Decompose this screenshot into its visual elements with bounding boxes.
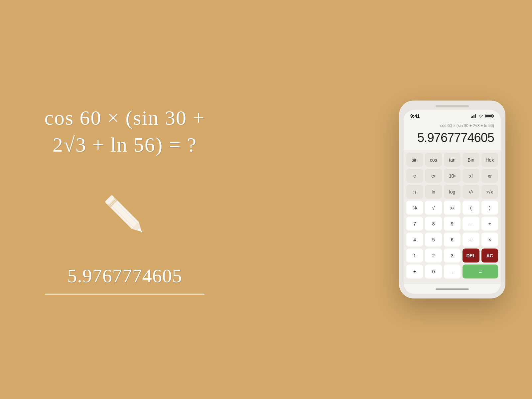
btn-bin[interactable]: Bin [463, 153, 479, 167]
btn-row-1: sin cos tan Bin Hex [406, 153, 498, 167]
btn-hex[interactable]: Hex [481, 153, 498, 167]
phone-container: 9:41 [399, 101, 505, 299]
btn-close-paren[interactable]: ) [481, 201, 498, 215]
btn-5[interactable]: 5 [425, 233, 442, 247]
phone-screen: 9:41 [404, 110, 501, 294]
calc-buttons: sin cos tan Bin Hex e ex 10x x! xy π [404, 150, 501, 285]
btn-factorial[interactable]: x! [463, 169, 479, 183]
equation-line2: 2√3 + ln 56) = ? [44, 131, 205, 158]
btn-row-3: π ln log 1/x y√x [406, 185, 498, 199]
btn-open-paren[interactable]: ( [463, 201, 479, 215]
btn-cos[interactable]: cos [425, 153, 442, 167]
svg-rect-11 [472, 116, 473, 118]
btn-del[interactable]: DEL [463, 249, 479, 263]
btn-e[interactable]: e [406, 169, 423, 183]
left-result: 5.9767774605 [67, 265, 182, 287]
home-indicator [404, 285, 501, 294]
btn-equals[interactable]: = [463, 265, 498, 279]
signal-icon [471, 114, 477, 118]
btn-6[interactable]: 6 [444, 233, 461, 247]
svg-rect-15 [493, 115, 494, 117]
btn-divide[interactable]: ÷ [481, 217, 498, 231]
wifi-icon [478, 114, 483, 118]
btn-reciprocal[interactable]: 1/x [463, 185, 479, 199]
btn-ac[interactable]: AC [481, 249, 498, 263]
btn-plusminus[interactable]: ± [406, 265, 423, 279]
phone-frame: 9:41 [399, 101, 505, 299]
equation-display: cos 60 × (sin 30 + 2√3 + ln 56) = ? [44, 104, 205, 158]
btn-tan[interactable]: tan [444, 153, 461, 167]
calc-result: 5.9767774605 [410, 131, 494, 145]
btn-sqrt[interactable]: √ [425, 201, 442, 215]
result-underline [45, 294, 204, 295]
btn-row-8: ± 0 . = [406, 265, 498, 279]
btn-row-2: e ex 10x x! xy [406, 169, 498, 183]
btn-x2[interactable]: x2 [444, 201, 461, 215]
battery-icon [485, 114, 494, 118]
status-icons [471, 114, 494, 118]
btn-xy[interactable]: xy [481, 169, 498, 183]
btn-7[interactable]: 7 [406, 217, 423, 231]
btn-row-6: 4 5 6 + × [406, 233, 498, 247]
btn-2[interactable]: 2 [425, 249, 442, 263]
home-bar [436, 289, 469, 290]
pencil-icon [95, 185, 155, 245]
equation-line1: cos 60 × (sin 30 + [44, 104, 205, 131]
calc-expression: cos 60 × (sin 30 + 2√3 + ln 56) [410, 123, 494, 128]
btn-row-7: 1 2 3 DEL AC [406, 249, 498, 263]
btn-dot[interactable]: . [444, 265, 461, 279]
btn-yroot[interactable]: y√x [481, 185, 498, 199]
btn-8[interactable]: 8 [425, 217, 442, 231]
svg-rect-12 [473, 115, 474, 118]
btn-ln[interactable]: ln [425, 185, 442, 199]
btn-0[interactable]: 0 [425, 265, 442, 279]
btn-minus[interactable]: - [463, 217, 479, 231]
phone-notch [436, 105, 469, 107]
btn-3[interactable]: 3 [444, 249, 461, 263]
btn-pi[interactable]: π [406, 185, 423, 199]
btn-percent[interactable]: % [406, 201, 423, 215]
btn-1[interactable]: 1 [406, 249, 423, 263]
status-bar: 9:41 [404, 110, 501, 121]
btn-row-4: % √ x2 ( ) [406, 201, 498, 215]
btn-sin[interactable]: sin [406, 153, 423, 167]
btn-log[interactable]: log [444, 185, 461, 199]
btn-ex[interactable]: ex [425, 169, 442, 183]
btn-row-5: 7 8 9 - ÷ [406, 217, 498, 231]
left-panel: cos 60 × (sin 30 + 2√3 + ln 56) = ? [0, 0, 249, 399]
svg-rect-16 [485, 115, 492, 117]
btn-plus[interactable]: + [463, 233, 479, 247]
svg-rect-10 [471, 117, 472, 118]
btn-10x[interactable]: 10x [444, 169, 461, 183]
btn-9[interactable]: 9 [444, 217, 461, 231]
status-time: 9:41 [410, 113, 420, 119]
btn-multiply[interactable]: × [481, 233, 498, 247]
svg-rect-4 [111, 200, 139, 229]
btn-4[interactable]: 4 [406, 233, 423, 247]
calc-display: cos 60 × (sin 30 + 2√3 + ln 56) 5.976777… [404, 121, 501, 150]
svg-rect-13 [475, 114, 476, 118]
